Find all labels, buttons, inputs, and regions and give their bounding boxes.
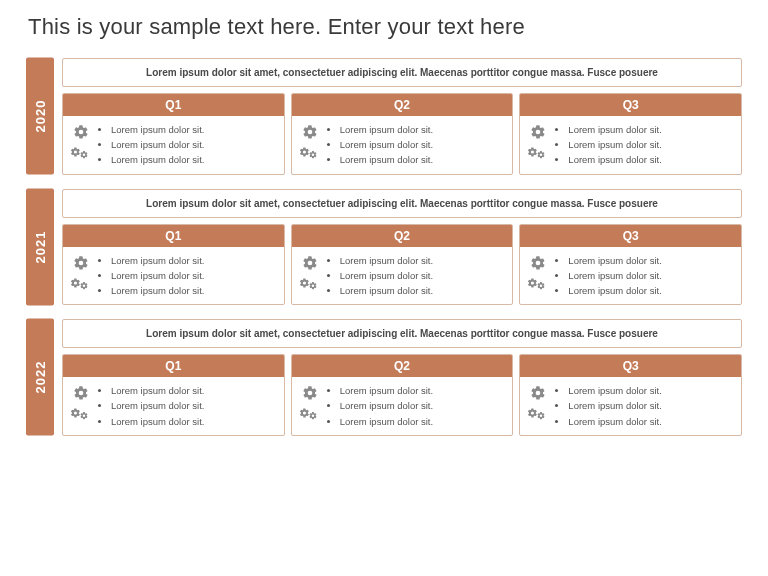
gears-icon xyxy=(299,275,321,293)
quarter-body: Lorem ipsum dolor sit.Lorem ipsum dolor … xyxy=(63,247,284,305)
quarter-header: Q3 xyxy=(520,225,741,247)
quarter-card: Q1 Lorem ipsum dolor sit.Lorem ipsum dol… xyxy=(62,224,285,306)
bullet-item: Lorem ipsum dolor sit. xyxy=(340,152,433,167)
quarter-card: Q3 Lorem ipsum dolor sit.Lorem ipsum dol… xyxy=(519,354,742,436)
gear-icon xyxy=(302,124,318,140)
bullet-list: Lorem ipsum dolor sit.Lorem ipsum dolor … xyxy=(554,122,661,168)
bullet-item: Lorem ipsum dolor sit. xyxy=(111,398,204,413)
bullet-item: Lorem ipsum dolor sit. xyxy=(340,383,433,398)
bullet-item: Lorem ipsum dolor sit. xyxy=(111,383,204,398)
bullet-item: Lorem ipsum dolor sit. xyxy=(111,152,204,167)
quarter-header: Q1 xyxy=(63,94,284,116)
year-body: Lorem ipsum dolor sit amet, consectetuer… xyxy=(62,319,742,436)
bullet-item: Lorem ipsum dolor sit. xyxy=(568,152,661,167)
bullet-item: Lorem ipsum dolor sit. xyxy=(340,414,433,429)
bullet-item: Lorem ipsum dolor sit. xyxy=(111,137,204,152)
bullet-item: Lorem ipsum dolor sit. xyxy=(568,268,661,283)
bullet-item: Lorem ipsum dolor sit. xyxy=(340,253,433,268)
year-body: Lorem ipsum dolor sit amet, consectetuer… xyxy=(62,58,742,175)
bullet-list: Lorem ipsum dolor sit.Lorem ipsum dolor … xyxy=(97,122,204,168)
gear-icon xyxy=(530,385,546,401)
bullet-item: Lorem ipsum dolor sit. xyxy=(340,268,433,283)
bullet-item: Lorem ipsum dolor sit. xyxy=(568,414,661,429)
bullet-item: Lorem ipsum dolor sit. xyxy=(111,268,204,283)
quarter-header: Q2 xyxy=(292,94,513,116)
quarter-icons xyxy=(67,122,95,168)
bullet-list: Lorem ipsum dolor sit.Lorem ipsum dolor … xyxy=(554,383,661,429)
quarter-body: Lorem ipsum dolor sit.Lorem ipsum dolor … xyxy=(292,116,513,174)
quarter-icons xyxy=(296,122,324,168)
bullet-item: Lorem ipsum dolor sit. xyxy=(111,253,204,268)
quarter-icons xyxy=(296,253,324,299)
bullet-item: Lorem ipsum dolor sit. xyxy=(568,253,661,268)
gears-icon xyxy=(70,144,92,162)
quarter-icons xyxy=(524,253,552,299)
gears-icon xyxy=(299,405,321,423)
year-block: 2020Lorem ipsum dolor sit amet, consecte… xyxy=(26,58,742,175)
bullet-item: Lorem ipsum dolor sit. xyxy=(568,137,661,152)
gear-icon xyxy=(302,255,318,271)
quarter-icons xyxy=(296,383,324,429)
bullet-item: Lorem ipsum dolor sit. xyxy=(340,122,433,137)
year-tab: 2020 xyxy=(26,58,54,175)
bullet-item: Lorem ipsum dolor sit. xyxy=(568,283,661,298)
gears-icon xyxy=(70,275,92,293)
quarter-card: Q2 Lorem ipsum dolor sit.Lorem ipsum dol… xyxy=(291,224,514,306)
year-summary: Lorem ipsum dolor sit amet, consectetuer… xyxy=(62,189,742,218)
bullet-item: Lorem ipsum dolor sit. xyxy=(568,122,661,137)
gears-icon xyxy=(299,144,321,162)
bullet-list: Lorem ipsum dolor sit.Lorem ipsum dolor … xyxy=(554,253,661,299)
gears-icon xyxy=(527,405,549,423)
bullet-item: Lorem ipsum dolor sit. xyxy=(111,283,204,298)
quarter-icons xyxy=(67,253,95,299)
year-block: 2022Lorem ipsum dolor sit amet, consecte… xyxy=(26,319,742,436)
year-body: Lorem ipsum dolor sit amet, consectetuer… xyxy=(62,189,742,306)
gears-icon xyxy=(527,275,549,293)
bullet-item: Lorem ipsum dolor sit. xyxy=(340,283,433,298)
bullet-item: Lorem ipsum dolor sit. xyxy=(340,398,433,413)
quarter-card: Q3 Lorem ipsum dolor sit.Lorem ipsum dol… xyxy=(519,224,742,306)
bullet-item: Lorem ipsum dolor sit. xyxy=(340,137,433,152)
gear-icon xyxy=(530,255,546,271)
quarter-icons xyxy=(67,383,95,429)
quarter-header: Q3 xyxy=(520,94,741,116)
quarter-header: Q2 xyxy=(292,225,513,247)
quarter-row: Q1 Lorem ipsum dolor sit.Lorem ipsum dol… xyxy=(62,93,742,175)
quarter-body: Lorem ipsum dolor sit.Lorem ipsum dolor … xyxy=(63,116,284,174)
year-block: 2021Lorem ipsum dolor sit amet, consecte… xyxy=(26,189,742,306)
bullet-list: Lorem ipsum dolor sit.Lorem ipsum dolor … xyxy=(97,253,204,299)
year-summary: Lorem ipsum dolor sit amet, consectetuer… xyxy=(62,58,742,87)
gear-icon xyxy=(73,255,89,271)
quarter-body: Lorem ipsum dolor sit.Lorem ipsum dolor … xyxy=(63,377,284,435)
page-title: This is your sample text here. Enter you… xyxy=(28,14,742,40)
quarter-card: Q2 Lorem ipsum dolor sit.Lorem ipsum dol… xyxy=(291,93,514,175)
bullet-item: Lorem ipsum dolor sit. xyxy=(111,122,204,137)
gear-icon xyxy=(73,385,89,401)
gears-icon xyxy=(70,405,92,423)
bullet-list: Lorem ipsum dolor sit.Lorem ipsum dolor … xyxy=(326,253,433,299)
quarter-header: Q1 xyxy=(63,355,284,377)
year-tab: 2021 xyxy=(26,189,54,306)
years-container: 2020Lorem ipsum dolor sit amet, consecte… xyxy=(26,58,742,436)
quarter-body: Lorem ipsum dolor sit.Lorem ipsum dolor … xyxy=(292,247,513,305)
gears-icon xyxy=(527,144,549,162)
bullet-list: Lorem ipsum dolor sit.Lorem ipsum dolor … xyxy=(97,383,204,429)
gear-icon xyxy=(530,124,546,140)
quarter-card: Q1 Lorem ipsum dolor sit.Lorem ipsum dol… xyxy=(62,93,285,175)
quarter-header: Q3 xyxy=(520,355,741,377)
quarter-card: Q2 Lorem ipsum dolor sit.Lorem ipsum dol… xyxy=(291,354,514,436)
quarter-body: Lorem ipsum dolor sit.Lorem ipsum dolor … xyxy=(520,116,741,174)
quarter-header: Q2 xyxy=(292,355,513,377)
quarter-body: Lorem ipsum dolor sit.Lorem ipsum dolor … xyxy=(520,377,741,435)
year-tab: 2022 xyxy=(26,319,54,436)
quarter-row: Q1 Lorem ipsum dolor sit.Lorem ipsum dol… xyxy=(62,354,742,436)
quarter-row: Q1 Lorem ipsum dolor sit.Lorem ipsum dol… xyxy=(62,224,742,306)
year-summary: Lorem ipsum dolor sit amet, consectetuer… xyxy=(62,319,742,348)
quarter-card: Q3 Lorem ipsum dolor sit.Lorem ipsum dol… xyxy=(519,93,742,175)
bullet-item: Lorem ipsum dolor sit. xyxy=(111,414,204,429)
quarter-icons xyxy=(524,383,552,429)
quarter-card: Q1 Lorem ipsum dolor sit.Lorem ipsum dol… xyxy=(62,354,285,436)
bullet-list: Lorem ipsum dolor sit.Lorem ipsum dolor … xyxy=(326,383,433,429)
quarter-body: Lorem ipsum dolor sit.Lorem ipsum dolor … xyxy=(292,377,513,435)
quarter-icons xyxy=(524,122,552,168)
